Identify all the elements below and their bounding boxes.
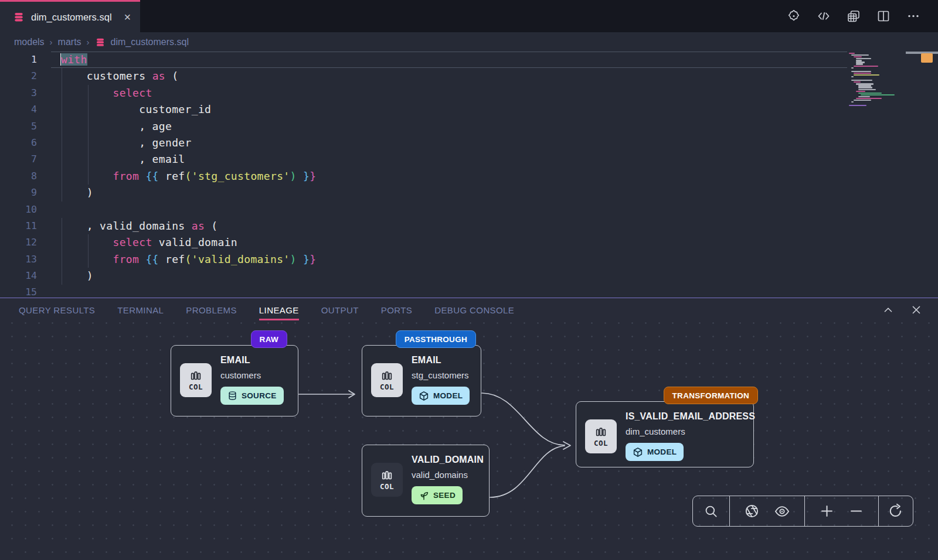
code-line-3[interactable]: select [0,85,938,101]
lineage-node-stg_customers[interactable]: PASSTHROUGHCOLEMAILstg_customersMODEL [362,345,481,416]
minimap-line [851,67,854,69]
lineage-node-valid_domains[interactable]: COLVALID_DOMAINvalid_domainsSEED [362,445,490,517]
model-name: stg_customers [412,370,469,380]
minimap-line [851,101,854,103]
indent-guide [88,85,89,185]
minimap-line [861,94,895,95]
code-line-5[interactable]: , age [0,118,938,135]
minimap-line [856,58,871,59]
minimap-line [854,56,862,57]
lineage-toolbar [692,496,913,527]
column-tag-raw: RAW [251,330,287,348]
column-name: IS_VALID_EMAIL_ADDRESS [626,411,755,422]
indent-guide [62,218,62,285]
aperture-icon[interactable] [744,503,760,519]
minimap-line [851,54,869,56]
minimap[interactable] [849,53,915,107]
minimap-line [849,105,866,106]
panel-maximize-icon[interactable] [882,303,895,316]
panel-tab-problems[interactable]: PROBLEMS [186,305,237,315]
lineage-node-customers[interactable]: RAWCOLEMAILcustomersSOURCE [171,345,298,416]
breadcrumb-file[interactable]: dim_customers.sql [111,37,189,47]
materialization-badge-model: MODEL [412,387,470,405]
model-name: dim_customers [626,426,685,436]
code-line-9[interactable]: ) [0,185,938,201]
editor-tab-bar: dim_customers.sql × [0,0,938,32]
code-line-14[interactable]: ) [0,268,938,284]
database-icon [13,11,25,23]
minimap-line [854,74,879,76]
panel-tab-ports[interactable]: PORTS [381,305,412,315]
panel-tab-query-results[interactable]: QUERY RESULTS [19,305,95,315]
materialization-badge-model: MODEL [626,443,684,461]
code-line-7[interactable]: , email [0,151,938,168]
minimap-line [854,66,878,67]
inline-code-icon[interactable] [817,9,831,23]
minimap-line [851,76,854,77]
database-icon [95,37,106,47]
minimap-line [854,73,871,74]
minimap-line [854,100,871,101]
minimap-line [858,96,870,97]
code-line-11[interactable]: , valid_domains as ( [0,218,938,234]
minimap-line [856,91,865,92]
code-line-1[interactable]: with [0,52,938,68]
indent-guide [62,68,62,201]
minimap-line [854,81,861,83]
minimap-line [858,89,876,90]
materialization-badge-seed: SEED [412,486,463,504]
code-editor[interactable]: 123456789101112131415 with customers as … [0,52,938,298]
panel-tab-terminal[interactable]: TERMINAL [117,305,164,315]
code-line-6[interactable]: , gender [0,135,938,151]
panel-tab-debug-console[interactable]: DEBUG CONSOLE [434,305,514,315]
code-line-12[interactable]: select valid_domain [0,234,938,251]
query-results-panel-icon[interactable] [847,9,861,23]
code-line-15[interactable] [0,284,938,298]
breadcrumb-separator: › [87,37,90,47]
dbt-logo-icon[interactable] [787,9,801,23]
search-icon[interactable] [704,504,719,519]
lineage-node-dim_customers[interactable]: TRANSFORMATIONCOLIS_VALID_EMAIL_ADDRESSd… [576,401,754,467]
code-line-10[interactable] [0,202,938,218]
eye-icon[interactable] [774,503,790,520]
minimap-line [858,93,882,94]
vscode-window: dim_customers.sql × models › marts › [0,0,938,560]
refresh-icon[interactable] [888,503,903,519]
minimap-line [856,60,862,61]
editor-tab-dim-customers[interactable]: dim_customers.sql × [0,0,140,32]
zoom-in-icon[interactable] [819,503,835,519]
breadcrumb-marts[interactable]: marts [58,37,81,47]
minimap-line [856,98,882,99]
minimap-line [856,62,865,63]
panel-tab-row: QUERY RESULTSTERMINALPROBLEMSLINEAGEOUTP… [0,298,938,322]
model-name: valid_domains [412,470,468,480]
tab-close-icon[interactable]: × [124,11,131,23]
minimap-line [851,80,872,81]
column-type-icon: COL [585,419,617,453]
panel-close-icon[interactable] [910,303,923,316]
minimap-line [851,71,871,72]
bottom-panel: QUERY RESULTSTERMINALPROBLEMSLINEAGEOUTP… [0,298,938,560]
model-name: customers [220,370,261,380]
column-name: EMAIL [220,355,250,366]
column-type-icon: COL [180,363,212,397]
split-editor-icon[interactable] [876,9,891,23]
breadcrumb-models[interactable]: models [14,37,45,47]
panel-tab-lineage[interactable]: LINEAGE [259,305,299,315]
code-line-13[interactable]: from {{ ref('valid_domains') }} [0,251,938,268]
column-name: EMAIL [412,355,441,366]
column-name: VALID_DOMAIN [412,455,484,465]
column-type-icon: COL [371,463,403,497]
materialization-badge-source: SOURCE [220,387,284,405]
panel-tab-output[interactable]: OUTPUT [321,305,359,315]
minimap-line [858,85,871,86]
code-line-2[interactable]: customers as ( [0,68,938,84]
code-line-4[interactable]: customer_id [0,101,938,118]
code-lines: with customers as ( select customer_id ,… [0,52,938,298]
code-line-8[interactable]: from {{ ref('stg_customers') }} [0,168,938,185]
zoom-out-icon[interactable] [848,503,864,519]
lineage-canvas[interactable]: RAWCOLEMAILcustomersSOURCEPASSTHROUGHCOL… [0,322,938,560]
more-actions-icon[interactable] [906,9,920,23]
panel-actions [882,298,938,322]
indent-guide [88,234,89,268]
